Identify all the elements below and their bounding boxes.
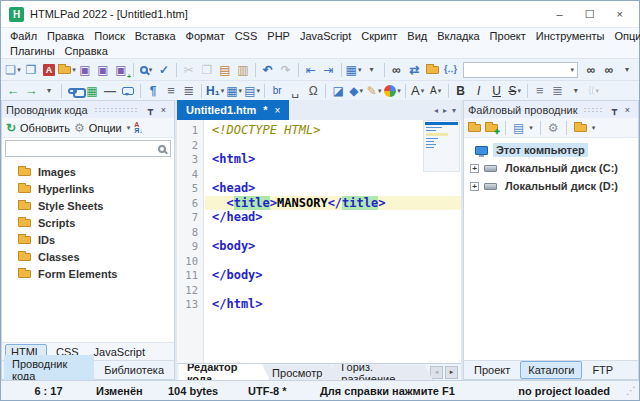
undo-button[interactable]: ↶ — [260, 61, 276, 78]
menu-item[interactable]: CSS — [230, 30, 263, 42]
redo-button[interactable]: ↷ — [278, 61, 294, 78]
code-line[interactable]: </body> — [205, 268, 461, 283]
expand-icon[interactable]: + — [470, 182, 479, 191]
heading-button[interactable]: H₁▾ — [206, 82, 224, 99]
folder-options-icon[interactable] — [574, 124, 587, 132]
unordered-list-button[interactable]: ≡ — [163, 82, 179, 99]
code-line[interactable] — [205, 254, 461, 269]
align-overflow-button[interactable]: ▾ — [568, 82, 584, 99]
code-line[interactable]: <head> — [205, 181, 461, 196]
code-line[interactable]: </html> — [205, 297, 461, 312]
menu-item[interactable]: Справка — [60, 45, 113, 57]
open-folder-button[interactable]: ▾ — [59, 61, 75, 78]
toolbar-overflow-button[interactable]: ▾ — [364, 61, 380, 78]
close-button[interactable]: × — [617, 8, 623, 21]
comment-button[interactable] — [120, 82, 136, 99]
cut-button[interactable]: ✂ — [181, 61, 197, 78]
find-previous-button[interactable]: ∞ — [601, 61, 617, 78]
find-button[interactable]: ∞ — [388, 61, 404, 78]
panel-tab-3[interactable]: FTP — [584, 361, 621, 379]
menu-item[interactable]: PHP — [262, 30, 295, 42]
menu-item[interactable]: JavaScript — [295, 30, 356, 42]
folder-item[interactable]: Hyperlinks — [2, 180, 174, 197]
search-button[interactable]: ▾ — [138, 61, 154, 78]
folder-item[interactable]: Form Elements — [2, 265, 174, 282]
insert-table-button[interactable]: ▦▾ — [226, 82, 242, 99]
menu-item[interactable]: Плагины — [5, 45, 60, 57]
tab-list-icon[interactable]: ▾ — [452, 106, 456, 115]
resize-grip[interactable]: ⋰ — [626, 385, 639, 396]
file-tree-item[interactable]: +Локальный диск (D:) — [464, 177, 638, 195]
new-file-button[interactable]: ❏▾ — [5, 61, 21, 78]
file-tree-item[interactable]: +Локальный диск (C:) — [464, 159, 638, 177]
format-painter-button[interactable]: ✎▾ — [366, 82, 382, 99]
copy-button[interactable]: ❐ — [199, 61, 215, 78]
panel-tab-1[interactable]: Проект — [466, 361, 518, 379]
insert-form-button[interactable]: ▤▾ — [244, 82, 260, 99]
tab-close-icon[interactable]: × — [275, 105, 281, 116]
open-html-document-button[interactable]: ❐ — [23, 61, 39, 78]
menu-item[interactable]: Вид — [402, 30, 432, 42]
view-tab-3[interactable]: Гориз. разбиение — [333, 364, 433, 380]
hyperlink-button[interactable] — [66, 82, 82, 99]
gear-icon[interactable]: ⚙ — [74, 122, 85, 134]
folder-item[interactable]: Scripts — [2, 214, 174, 231]
close-panel-icon[interactable]: × — [621, 105, 634, 115]
insert-date-button[interactable]: ▦▾ — [346, 61, 362, 78]
folder-item[interactable]: Style Sheets — [2, 197, 174, 214]
menu-item[interactable]: Поиск — [89, 30, 129, 42]
view-tab-2[interactable]: Просмотр — [264, 364, 339, 380]
code-snippet-button[interactable]: {‥} — [442, 61, 458, 78]
find-in-files-button[interactable] — [424, 61, 440, 78]
code-explorer-search-input[interactable] — [5, 140, 171, 157]
code-line[interactable]: </head> — [205, 210, 461, 225]
grow-font-button[interactable]: A▾ — [410, 82, 426, 99]
save-button[interactable]: ▣ — [77, 61, 93, 78]
paste-button[interactable]: ▤ — [217, 61, 233, 78]
underline-button[interactable]: U — [489, 82, 505, 99]
code-line[interactable]: <body> — [205, 239, 461, 254]
nbsp-button[interactable]: ␣ — [287, 82, 303, 99]
minimap[interactable] — [423, 120, 460, 172]
clipboard-button[interactable]: ▥ — [235, 61, 251, 78]
align-left-button[interactable]: ≡ — [532, 82, 548, 99]
refresh-button[interactable]: Обновить — [20, 122, 70, 134]
forward-button[interactable]: → — [23, 82, 39, 99]
spellcheck-button[interactable]: ✓ — [156, 61, 172, 78]
open-folder-icon[interactable] — [468, 124, 481, 132]
menu-item[interactable]: Проект — [485, 30, 531, 42]
folder-item[interactable]: IDs — [2, 231, 174, 248]
menu-item[interactable]: Вставка — [130, 30, 181, 42]
panel-tab-2[interactable]: Библиотека — [96, 361, 172, 379]
find-next-button[interactable]: ∞ — [583, 61, 599, 78]
new-folder-button[interactable]: ✚ — [485, 122, 498, 134]
language-tab-3[interactable]: JavaScript — [88, 344, 151, 360]
replace-button[interactable]: ⇄ — [406, 61, 422, 78]
maximize-button[interactable]: ☐ — [585, 8, 595, 21]
menu-item[interactable]: Опции — [609, 30, 640, 42]
menu-item[interactable]: Скрипт — [356, 30, 402, 42]
outdent-button[interactable]: ⇥ — [321, 61, 337, 78]
template-document-button[interactable]: A — [41, 61, 57, 78]
indent-button[interactable]: ⇤ — [303, 61, 319, 78]
pin-icon[interactable]: ┳ — [608, 105, 621, 115]
panel-tab-2[interactable]: Каталоги — [520, 361, 582, 379]
refresh-icon[interactable]: ↻ — [6, 122, 16, 134]
view-mode-icon[interactable]: ▤ — [513, 122, 524, 134]
special-char-button[interactable]: Ω — [305, 82, 321, 99]
close-panel-icon[interactable]: × — [157, 105, 170, 115]
tab-scroll-right-icon[interactable]: ▸ — [443, 106, 447, 115]
code-line[interactable] — [205, 225, 461, 240]
menu-item[interactable]: Формат — [181, 30, 230, 42]
braces-button[interactable]: {(▾ — [586, 82, 602, 99]
color-picker-button[interactable]: ▾ — [384, 82, 401, 99]
expand-icon[interactable]: + — [470, 164, 479, 173]
bold-button[interactable]: B — [453, 82, 469, 99]
menu-item[interactable]: Файл — [5, 30, 42, 42]
code-line[interactable] — [205, 283, 461, 298]
pin-icon[interactable]: ┳ — [144, 105, 157, 115]
line-break-button[interactable]: br — [269, 82, 285, 99]
strikethrough-button[interactable]: S▾ — [507, 82, 523, 99]
menu-item[interactable]: Вкладка — [432, 30, 484, 42]
gear-icon[interactable]: ⚙ — [548, 122, 559, 134]
